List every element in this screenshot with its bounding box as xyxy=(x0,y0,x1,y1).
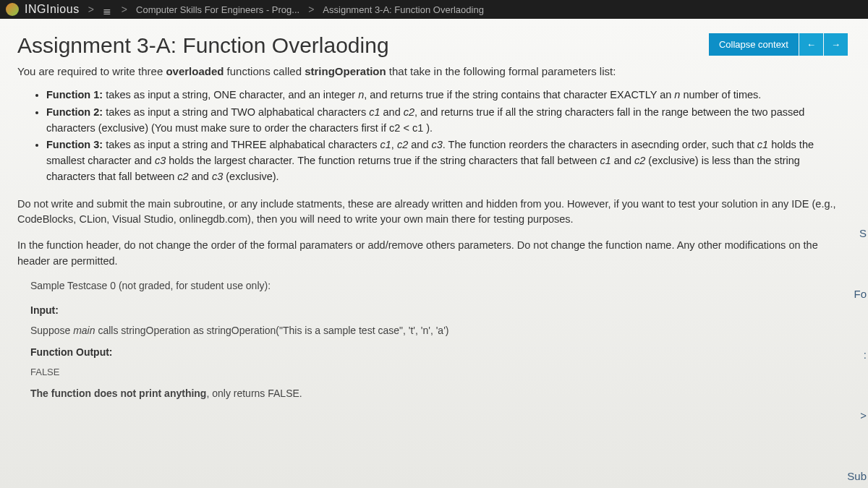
func-text: , and returns true if the string contain… xyxy=(364,89,674,100)
sample-text-part: calls stringOperation as stringOperation… xyxy=(95,325,449,336)
func-text: and xyxy=(189,171,212,182)
func-text: takes as input a string, ONE character, … xyxy=(103,89,358,100)
sample-input-text: Suppose main calls stringOperation as st… xyxy=(30,325,848,336)
sample-note-text: , only returns FALSE. xyxy=(206,388,302,399)
edge-text: Fo xyxy=(854,288,867,300)
note-main: Do not write and submit the main subrout… xyxy=(17,197,848,228)
func-em: c3 xyxy=(432,139,443,150)
func-em: c3 xyxy=(212,171,223,182)
note-header: In the function header, do not change th… xyxy=(17,238,848,270)
intro-suffix: that take in the following formal parame… xyxy=(386,65,616,77)
func-em: c2 xyxy=(634,155,645,166)
sample-note-bold: The function does not print anything xyxy=(30,388,206,399)
brand-name[interactable]: INGInious xyxy=(25,3,80,16)
func-text: holds the largest character. The functio… xyxy=(166,155,600,166)
func-em: c2 xyxy=(177,171,188,182)
page-title: Assignment 3-A: Function Overlaoding xyxy=(17,33,389,58)
edge-text: S xyxy=(859,227,867,239)
breadcrumb-page[interactable]: Assignment 3-A: Function Overlaoding xyxy=(323,4,484,15)
func-text: (exclusive). xyxy=(223,171,278,182)
func-text: . The function reorders the characters i… xyxy=(443,139,757,150)
chevron-right-icon: > xyxy=(308,4,314,15)
func-em: c2 xyxy=(404,106,414,118)
sample-text-em: main xyxy=(73,325,95,336)
sample-input-label: Input: xyxy=(30,304,848,316)
page-content: Assignment 3-A: Function Overlaoding Col… xyxy=(0,19,868,488)
sample-block: Sample Testcase 0 (not graded, for stude… xyxy=(30,280,848,399)
breadcrumb-bar: INGInious > > Computer Skills For Engine… xyxy=(0,0,868,19)
func-em: c1 xyxy=(600,155,610,166)
func-em: c2 xyxy=(397,139,408,150)
func-text: number of times. xyxy=(680,89,761,100)
func-em: c1 xyxy=(757,139,768,150)
chevron-right-icon: > xyxy=(88,4,94,15)
list-item: Function 3: takes as input a string and … xyxy=(46,137,848,184)
edge-text: : xyxy=(864,348,867,361)
func-text: takes as input a string and THREE alphab… xyxy=(103,139,380,150)
func-em: c1 xyxy=(369,106,380,118)
intro-mid: functions called xyxy=(224,65,305,77)
right-edge-panel: S Fo : > Sub xyxy=(848,221,868,488)
sample-text-part: Suppose xyxy=(30,325,73,336)
function-list: Function 1: takes as input a string, ONE… xyxy=(46,87,848,185)
func-label: Function 2: xyxy=(46,106,103,118)
list-item: Function 2: takes as input a string and … xyxy=(46,105,848,137)
header-buttons: Collapse context ← → xyxy=(709,33,848,56)
intro-bold2: stringOperation xyxy=(305,65,386,77)
logo-icon xyxy=(6,3,19,16)
func-text: and xyxy=(380,106,404,118)
sample-title: Sample Testcase 0 (not graded, for stude… xyxy=(30,280,848,291)
sample-output-value: FALSE xyxy=(30,367,848,377)
list-icon[interactable] xyxy=(103,5,113,14)
intro-text: You are required to write three overload… xyxy=(17,65,848,77)
page-header: Assignment 3-A: Function Overlaoding Col… xyxy=(17,33,848,58)
next-button[interactable]: → xyxy=(824,33,848,56)
edge-text: Sub xyxy=(847,470,867,482)
func-em: c3 xyxy=(155,155,166,166)
func-text: and xyxy=(611,155,634,166)
intro-bold1: overloaded xyxy=(166,65,224,77)
func-label: Function 3: xyxy=(46,139,103,150)
func-em: c1 xyxy=(380,139,391,150)
list-item: Function 1: takes as input a string, ONE… xyxy=(46,87,848,103)
func-label: Function 1: xyxy=(46,89,103,100)
chevron-right-icon: > xyxy=(122,4,127,15)
func-text: takes as input a string and TWO alphabat… xyxy=(103,106,369,118)
breadcrumb-course[interactable]: Computer Skills For Engineers - Prog... xyxy=(136,4,299,15)
sample-output-note: The function does not print anything, on… xyxy=(30,388,848,399)
collapse-context-button[interactable]: Collapse context xyxy=(709,33,799,56)
func-text: , xyxy=(391,139,397,150)
intro-prefix: You are required to write three xyxy=(17,65,166,77)
prev-button[interactable]: ← xyxy=(799,33,823,56)
sample-output-label: Function Output: xyxy=(30,346,848,358)
func-text: and xyxy=(408,139,431,150)
edge-text: > xyxy=(860,409,867,421)
